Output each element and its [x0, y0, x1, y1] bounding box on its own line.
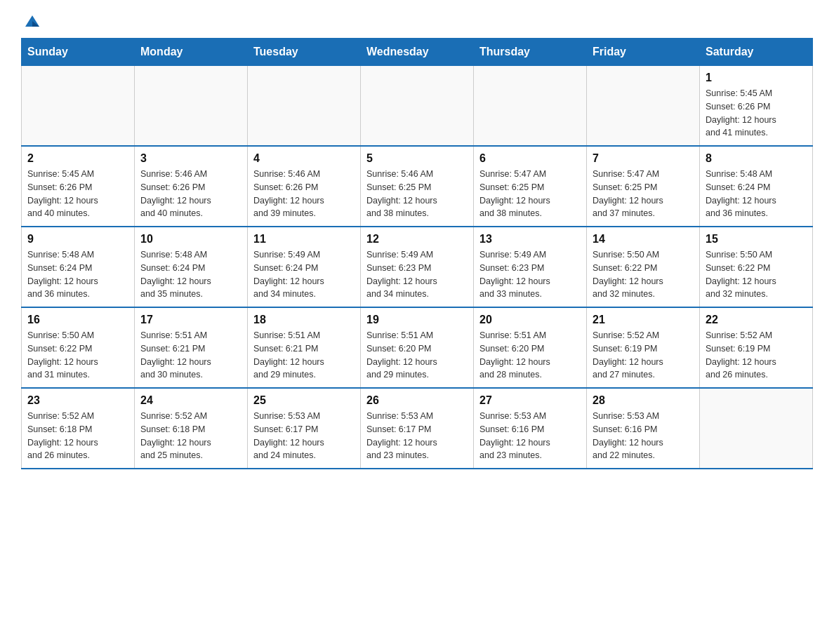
day-number: 7: [593, 152, 694, 165]
weekday-header-sunday: Sunday: [22, 39, 135, 66]
calendar-body: 1Sunrise: 5:45 AM Sunset: 6:26 PM Daylig…: [22, 66, 813, 469]
calendar-day-cell: 13Sunrise: 5:49 AM Sunset: 6:23 PM Dayli…: [474, 227, 587, 307]
day-info: Sunrise: 5:53 AM Sunset: 6:16 PM Dayligh…: [479, 410, 581, 462]
calendar-day-cell: 4Sunrise: 5:46 AM Sunset: 6:26 PM Daylig…: [248, 146, 361, 227]
day-info: Sunrise: 5:48 AM Sunset: 6:24 PM Dayligh…: [140, 248, 241, 301]
day-info: Sunrise: 5:51 AM Sunset: 6:21 PM Dayligh…: [253, 329, 355, 382]
calendar-day-cell: 6Sunrise: 5:47 AM Sunset: 6:25 PM Daylig…: [474, 146, 587, 227]
calendar-day-cell: 2Sunrise: 5:45 AM Sunset: 6:26 PM Daylig…: [22, 146, 135, 227]
page-header: [21, 14, 813, 31]
calendar-day-cell: 27Sunrise: 5:53 AM Sunset: 6:16 PM Dayli…: [474, 388, 587, 469]
calendar-day-cell: [474, 66, 587, 147]
day-info: Sunrise: 5:51 AM Sunset: 6:20 PM Dayligh…: [479, 329, 581, 382]
calendar-day-cell: [361, 66, 474, 147]
day-info: Sunrise: 5:51 AM Sunset: 6:21 PM Dayligh…: [140, 329, 241, 382]
calendar-day-cell: 22Sunrise: 5:52 AM Sunset: 6:19 PM Dayli…: [700, 307, 813, 388]
calendar-day-cell: 9Sunrise: 5:48 AM Sunset: 6:24 PM Daylig…: [22, 227, 135, 307]
day-number: 26: [366, 394, 468, 407]
calendar-day-cell: 28Sunrise: 5:53 AM Sunset: 6:16 PM Dayli…: [587, 388, 700, 469]
day-number: 15: [706, 233, 807, 246]
weekday-header-thursday: Thursday: [474, 39, 587, 66]
calendar-day-cell: 15Sunrise: 5:50 AM Sunset: 6:22 PM Dayli…: [700, 227, 813, 307]
day-number: 4: [253, 152, 355, 165]
calendar-day-cell: 24Sunrise: 5:52 AM Sunset: 6:18 PM Dayli…: [135, 388, 248, 469]
day-info: Sunrise: 5:48 AM Sunset: 6:24 PM Dayligh…: [27, 248, 128, 301]
day-number: 22: [706, 314, 807, 326]
day-number: 5: [366, 152, 468, 165]
calendar-week-row: 2Sunrise: 5:45 AM Sunset: 6:26 PM Daylig…: [22, 146, 813, 227]
calendar-day-cell: 10Sunrise: 5:48 AM Sunset: 6:24 PM Dayli…: [135, 227, 248, 307]
day-info: Sunrise: 5:45 AM Sunset: 6:26 PM Dayligh…: [27, 168, 128, 220]
calendar-day-cell: 23Sunrise: 5:52 AM Sunset: 6:18 PM Dayli…: [22, 388, 135, 469]
calendar-week-row: 23Sunrise: 5:52 AM Sunset: 6:18 PM Dayli…: [22, 388, 813, 469]
day-number: 18: [253, 314, 355, 326]
day-info: Sunrise: 5:48 AM Sunset: 6:24 PM Dayligh…: [706, 168, 807, 220]
day-info: Sunrise: 5:52 AM Sunset: 6:18 PM Dayligh…: [27, 410, 128, 462]
day-number: 1: [706, 72, 807, 84]
calendar-day-cell: 26Sunrise: 5:53 AM Sunset: 6:17 PM Dayli…: [361, 388, 474, 469]
day-number: 16: [27, 314, 128, 326]
day-info: Sunrise: 5:47 AM Sunset: 6:25 PM Dayligh…: [593, 168, 694, 220]
day-number: 3: [140, 152, 241, 165]
calendar-day-cell: [248, 66, 361, 147]
day-info: Sunrise: 5:53 AM Sunset: 6:17 PM Dayligh…: [253, 410, 355, 462]
day-number: 2: [27, 152, 128, 165]
day-number: 14: [593, 233, 694, 246]
day-info: Sunrise: 5:46 AM Sunset: 6:25 PM Dayligh…: [366, 168, 468, 220]
day-info: Sunrise: 5:52 AM Sunset: 6:19 PM Dayligh…: [706, 329, 807, 382]
day-number: 21: [593, 314, 694, 326]
day-number: 11: [253, 233, 355, 246]
day-number: 13: [479, 233, 581, 246]
day-number: 8: [706, 152, 807, 165]
day-info: Sunrise: 5:47 AM Sunset: 6:25 PM Dayligh…: [479, 168, 581, 220]
weekday-header-wednesday: Wednesday: [361, 39, 474, 66]
calendar-day-cell: 5Sunrise: 5:46 AM Sunset: 6:25 PM Daylig…: [361, 146, 474, 227]
day-number: 27: [479, 394, 581, 407]
day-number: 19: [366, 314, 468, 326]
day-info: Sunrise: 5:49 AM Sunset: 6:23 PM Dayligh…: [366, 248, 468, 301]
day-info: Sunrise: 5:50 AM Sunset: 6:22 PM Dayligh…: [593, 248, 694, 301]
calendar-week-row: 9Sunrise: 5:48 AM Sunset: 6:24 PM Daylig…: [22, 227, 813, 307]
day-number: 24: [140, 394, 241, 407]
day-number: 9: [27, 233, 128, 246]
day-number: 28: [593, 394, 694, 407]
calendar-day-cell: 1Sunrise: 5:45 AM Sunset: 6:26 PM Daylig…: [700, 66, 813, 147]
day-number: 23: [27, 394, 128, 407]
day-number: 17: [140, 314, 241, 326]
calendar-day-cell: 14Sunrise: 5:50 AM Sunset: 6:22 PM Dayli…: [587, 227, 700, 307]
calendar-table: SundayMondayTuesdayWednesdayThursdayFrid…: [21, 38, 813, 469]
calendar-day-cell: 12Sunrise: 5:49 AM Sunset: 6:23 PM Dayli…: [361, 227, 474, 307]
day-info: Sunrise: 5:45 AM Sunset: 6:26 PM Dayligh…: [706, 87, 807, 140]
calendar-day-cell: 21Sunrise: 5:52 AM Sunset: 6:19 PM Dayli…: [587, 307, 700, 388]
weekday-header-monday: Monday: [135, 39, 248, 66]
day-info: Sunrise: 5:50 AM Sunset: 6:22 PM Dayligh…: [27, 329, 128, 382]
day-info: Sunrise: 5:52 AM Sunset: 6:19 PM Dayligh…: [593, 329, 694, 382]
weekday-header-tuesday: Tuesday: [248, 39, 361, 66]
day-info: Sunrise: 5:49 AM Sunset: 6:24 PM Dayligh…: [253, 248, 355, 301]
day-info: Sunrise: 5:53 AM Sunset: 6:17 PM Dayligh…: [366, 410, 468, 462]
weekday-header-friday: Friday: [587, 39, 700, 66]
day-info: Sunrise: 5:46 AM Sunset: 6:26 PM Dayligh…: [140, 168, 241, 220]
calendar-day-cell: 7Sunrise: 5:47 AM Sunset: 6:25 PM Daylig…: [587, 146, 700, 227]
calendar-day-cell: 17Sunrise: 5:51 AM Sunset: 6:21 PM Dayli…: [135, 307, 248, 388]
day-info: Sunrise: 5:46 AM Sunset: 6:26 PM Dayligh…: [253, 168, 355, 220]
calendar-day-cell: [700, 388, 813, 469]
calendar-day-cell: 25Sunrise: 5:53 AM Sunset: 6:17 PM Dayli…: [248, 388, 361, 469]
calendar-day-cell: 19Sunrise: 5:51 AM Sunset: 6:20 PM Dayli…: [361, 307, 474, 388]
calendar-day-cell: 11Sunrise: 5:49 AM Sunset: 6:24 PM Dayli…: [248, 227, 361, 307]
calendar-week-row: 1Sunrise: 5:45 AM Sunset: 6:26 PM Daylig…: [22, 66, 813, 147]
calendar-day-cell: 20Sunrise: 5:51 AM Sunset: 6:20 PM Dayli…: [474, 307, 587, 388]
day-info: Sunrise: 5:52 AM Sunset: 6:18 PM Dayligh…: [140, 410, 241, 462]
day-number: 12: [366, 233, 468, 246]
calendar-week-row: 16Sunrise: 5:50 AM Sunset: 6:22 PM Dayli…: [22, 307, 813, 388]
logo-triangle-icon: [22, 11, 42, 31]
logo: [21, 14, 42, 31]
calendar-day-cell: 18Sunrise: 5:51 AM Sunset: 6:21 PM Dayli…: [248, 307, 361, 388]
day-number: 25: [253, 394, 355, 407]
day-number: 20: [479, 314, 581, 326]
calendar-day-cell: [22, 66, 135, 147]
day-number: 10: [140, 233, 241, 246]
calendar-day-cell: 3Sunrise: 5:46 AM Sunset: 6:26 PM Daylig…: [135, 146, 248, 227]
day-info: Sunrise: 5:53 AM Sunset: 6:16 PM Dayligh…: [593, 410, 694, 462]
weekday-header-saturday: Saturday: [700, 39, 813, 66]
